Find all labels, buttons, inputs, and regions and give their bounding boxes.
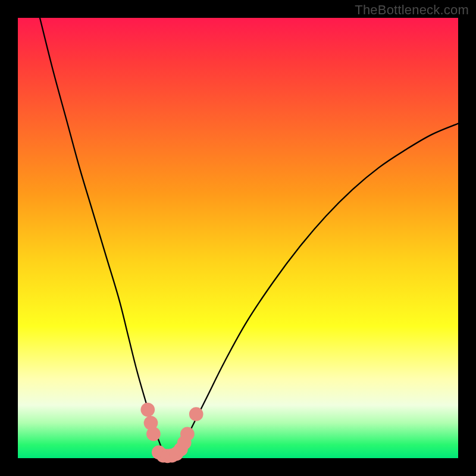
chart-svg [18,18,458,458]
curve-marker [140,403,155,417]
chart-stage: TheBottleneck.com [0,0,476,476]
curve-markers [140,403,203,463]
watermark-label: TheBottleneck.com [355,2,469,18]
curve-marker [146,427,161,441]
curve-marker [180,427,195,441]
curve-marker [189,407,203,421]
bottleneck-curve [40,18,458,456]
plot-area [18,18,458,458]
